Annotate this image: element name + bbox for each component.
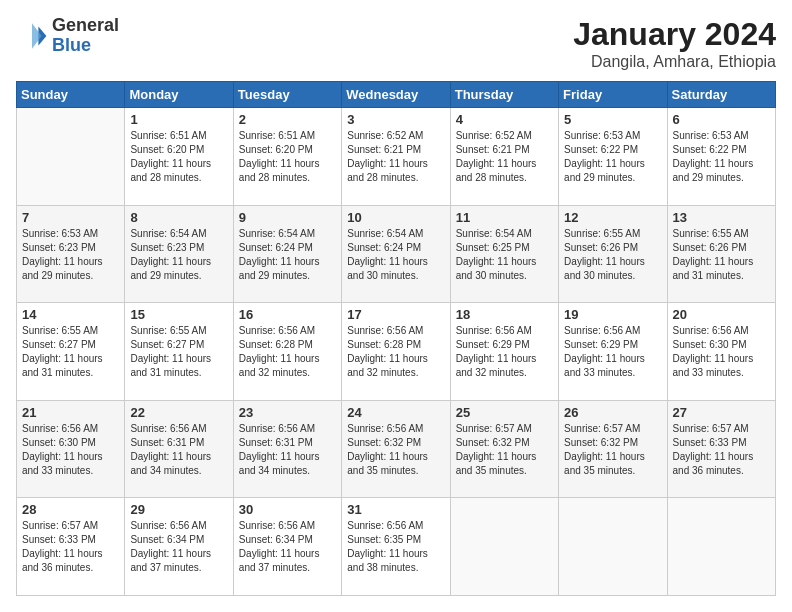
logo-blue: Blue: [52, 36, 119, 56]
day-info: Sunrise: 6:57 AM Sunset: 6:33 PM Dayligh…: [22, 519, 119, 575]
header: General Blue January 2024 Dangila, Amhar…: [16, 16, 776, 71]
day-number: 8: [130, 210, 227, 225]
calendar-cell: [667, 498, 775, 596]
day-number: 13: [673, 210, 770, 225]
col-friday: Friday: [559, 82, 667, 108]
calendar-cell: 23Sunrise: 6:56 AM Sunset: 6:31 PM Dayli…: [233, 400, 341, 498]
col-thursday: Thursday: [450, 82, 558, 108]
calendar-week-row: 7Sunrise: 6:53 AM Sunset: 6:23 PM Daylig…: [17, 205, 776, 303]
page: General Blue January 2024 Dangila, Amhar…: [0, 0, 792, 612]
day-number: 28: [22, 502, 119, 517]
day-info: Sunrise: 6:52 AM Sunset: 6:21 PM Dayligh…: [347, 129, 444, 185]
calendar-week-row: 1Sunrise: 6:51 AM Sunset: 6:20 PM Daylig…: [17, 108, 776, 206]
day-info: Sunrise: 6:51 AM Sunset: 6:20 PM Dayligh…: [130, 129, 227, 185]
calendar-cell: 30Sunrise: 6:56 AM Sunset: 6:34 PM Dayli…: [233, 498, 341, 596]
logo: General Blue: [16, 16, 119, 56]
day-info: Sunrise: 6:56 AM Sunset: 6:31 PM Dayligh…: [239, 422, 336, 478]
calendar-week-row: 14Sunrise: 6:55 AM Sunset: 6:27 PM Dayli…: [17, 303, 776, 401]
day-info: Sunrise: 6:55 AM Sunset: 6:26 PM Dayligh…: [673, 227, 770, 283]
day-number: 5: [564, 112, 661, 127]
day-info: Sunrise: 6:54 AM Sunset: 6:23 PM Dayligh…: [130, 227, 227, 283]
calendar-cell: 31Sunrise: 6:56 AM Sunset: 6:35 PM Dayli…: [342, 498, 450, 596]
calendar-cell: 17Sunrise: 6:56 AM Sunset: 6:28 PM Dayli…: [342, 303, 450, 401]
day-info: Sunrise: 6:55 AM Sunset: 6:27 PM Dayligh…: [22, 324, 119, 380]
calendar-title: January 2024: [573, 16, 776, 53]
day-number: 23: [239, 405, 336, 420]
day-number: 30: [239, 502, 336, 517]
calendar-cell: 15Sunrise: 6:55 AM Sunset: 6:27 PM Dayli…: [125, 303, 233, 401]
day-number: 2: [239, 112, 336, 127]
day-info: Sunrise: 6:53 AM Sunset: 6:22 PM Dayligh…: [564, 129, 661, 185]
calendar-cell: 29Sunrise: 6:56 AM Sunset: 6:34 PM Dayli…: [125, 498, 233, 596]
day-number: 6: [673, 112, 770, 127]
day-number: 16: [239, 307, 336, 322]
col-sunday: Sunday: [17, 82, 125, 108]
col-monday: Monday: [125, 82, 233, 108]
day-info: Sunrise: 6:56 AM Sunset: 6:29 PM Dayligh…: [456, 324, 553, 380]
calendar-cell: [17, 108, 125, 206]
day-number: 18: [456, 307, 553, 322]
day-number: 9: [239, 210, 336, 225]
calendar-cell: 24Sunrise: 6:56 AM Sunset: 6:32 PM Dayli…: [342, 400, 450, 498]
calendar-cell: [450, 498, 558, 596]
day-info: Sunrise: 6:55 AM Sunset: 6:27 PM Dayligh…: [130, 324, 227, 380]
calendar-cell: 21Sunrise: 6:56 AM Sunset: 6:30 PM Dayli…: [17, 400, 125, 498]
day-number: 24: [347, 405, 444, 420]
day-number: 1: [130, 112, 227, 127]
calendar-cell: [559, 498, 667, 596]
day-number: 14: [22, 307, 119, 322]
calendar-cell: 3Sunrise: 6:52 AM Sunset: 6:21 PM Daylig…: [342, 108, 450, 206]
day-info: Sunrise: 6:56 AM Sunset: 6:34 PM Dayligh…: [130, 519, 227, 575]
col-tuesday: Tuesday: [233, 82, 341, 108]
day-number: 11: [456, 210, 553, 225]
calendar-cell: 18Sunrise: 6:56 AM Sunset: 6:29 PM Dayli…: [450, 303, 558, 401]
col-saturday: Saturday: [667, 82, 775, 108]
calendar-cell: 26Sunrise: 6:57 AM Sunset: 6:32 PM Dayli…: [559, 400, 667, 498]
calendar-cell: 27Sunrise: 6:57 AM Sunset: 6:33 PM Dayli…: [667, 400, 775, 498]
calendar-subtitle: Dangila, Amhara, Ethiopia: [573, 53, 776, 71]
calendar-cell: 7Sunrise: 6:53 AM Sunset: 6:23 PM Daylig…: [17, 205, 125, 303]
day-info: Sunrise: 6:56 AM Sunset: 6:35 PM Dayligh…: [347, 519, 444, 575]
calendar-cell: 19Sunrise: 6:56 AM Sunset: 6:29 PM Dayli…: [559, 303, 667, 401]
calendar-week-row: 21Sunrise: 6:56 AM Sunset: 6:30 PM Dayli…: [17, 400, 776, 498]
calendar-cell: 9Sunrise: 6:54 AM Sunset: 6:24 PM Daylig…: [233, 205, 341, 303]
day-info: Sunrise: 6:56 AM Sunset: 6:34 PM Dayligh…: [239, 519, 336, 575]
calendar-cell: 13Sunrise: 6:55 AM Sunset: 6:26 PM Dayli…: [667, 205, 775, 303]
day-info: Sunrise: 6:54 AM Sunset: 6:24 PM Dayligh…: [239, 227, 336, 283]
header-row: Sunday Monday Tuesday Wednesday Thursday…: [17, 82, 776, 108]
day-number: 7: [22, 210, 119, 225]
day-number: 10: [347, 210, 444, 225]
calendar-cell: 2Sunrise: 6:51 AM Sunset: 6:20 PM Daylig…: [233, 108, 341, 206]
col-wednesday: Wednesday: [342, 82, 450, 108]
logo-general: General: [52, 16, 119, 36]
day-info: Sunrise: 6:56 AM Sunset: 6:32 PM Dayligh…: [347, 422, 444, 478]
calendar-cell: 1Sunrise: 6:51 AM Sunset: 6:20 PM Daylig…: [125, 108, 233, 206]
calendar-cell: 4Sunrise: 6:52 AM Sunset: 6:21 PM Daylig…: [450, 108, 558, 206]
day-info: Sunrise: 6:57 AM Sunset: 6:32 PM Dayligh…: [564, 422, 661, 478]
title-block: January 2024 Dangila, Amhara, Ethiopia: [573, 16, 776, 71]
day-info: Sunrise: 6:56 AM Sunset: 6:30 PM Dayligh…: [22, 422, 119, 478]
day-info: Sunrise: 6:56 AM Sunset: 6:31 PM Dayligh…: [130, 422, 227, 478]
calendar-cell: 12Sunrise: 6:55 AM Sunset: 6:26 PM Dayli…: [559, 205, 667, 303]
calendar-table: Sunday Monday Tuesday Wednesday Thursday…: [16, 81, 776, 596]
calendar-cell: 11Sunrise: 6:54 AM Sunset: 6:25 PM Dayli…: [450, 205, 558, 303]
calendar-cell: 25Sunrise: 6:57 AM Sunset: 6:32 PM Dayli…: [450, 400, 558, 498]
day-info: Sunrise: 6:56 AM Sunset: 6:28 PM Dayligh…: [239, 324, 336, 380]
calendar-cell: 22Sunrise: 6:56 AM Sunset: 6:31 PM Dayli…: [125, 400, 233, 498]
day-info: Sunrise: 6:52 AM Sunset: 6:21 PM Dayligh…: [456, 129, 553, 185]
calendar-cell: 10Sunrise: 6:54 AM Sunset: 6:24 PM Dayli…: [342, 205, 450, 303]
day-number: 21: [22, 405, 119, 420]
calendar-cell: 20Sunrise: 6:56 AM Sunset: 6:30 PM Dayli…: [667, 303, 775, 401]
day-info: Sunrise: 6:57 AM Sunset: 6:33 PM Dayligh…: [673, 422, 770, 478]
calendar-cell: 28Sunrise: 6:57 AM Sunset: 6:33 PM Dayli…: [17, 498, 125, 596]
day-number: 25: [456, 405, 553, 420]
calendar-cell: 8Sunrise: 6:54 AM Sunset: 6:23 PM Daylig…: [125, 205, 233, 303]
day-info: Sunrise: 6:56 AM Sunset: 6:28 PM Dayligh…: [347, 324, 444, 380]
day-number: 22: [130, 405, 227, 420]
calendar-cell: 16Sunrise: 6:56 AM Sunset: 6:28 PM Dayli…: [233, 303, 341, 401]
day-number: 12: [564, 210, 661, 225]
calendar-cell: 14Sunrise: 6:55 AM Sunset: 6:27 PM Dayli…: [17, 303, 125, 401]
day-number: 19: [564, 307, 661, 322]
day-info: Sunrise: 6:54 AM Sunset: 6:24 PM Dayligh…: [347, 227, 444, 283]
day-number: 4: [456, 112, 553, 127]
